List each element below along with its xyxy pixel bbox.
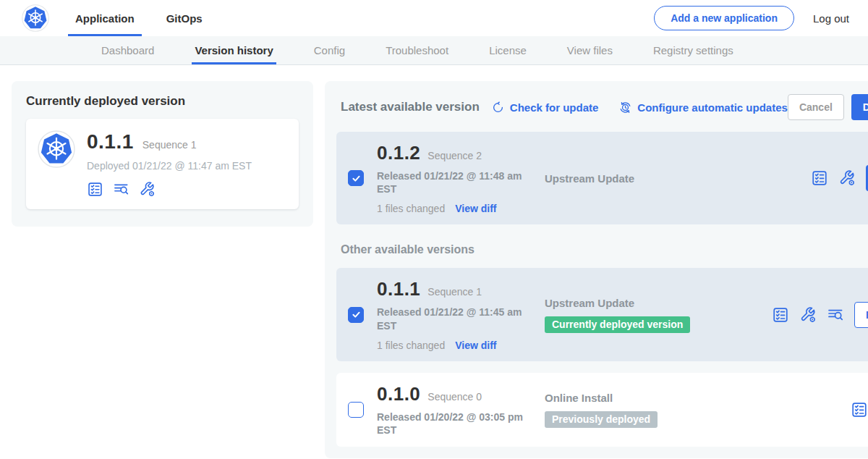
source-label: Upstream Update — [545, 297, 759, 309]
currently-deployed-badge: Currently deployed version — [545, 316, 690, 333]
top-nav-tabs: Application GitOps — [75, 0, 203, 36]
version-source: Online Install Previously deployed — [545, 392, 838, 428]
add-new-application-button[interactable]: Add a new application — [654, 6, 794, 30]
version-number: 0.1.1 — [377, 278, 420, 300]
preflight-checks-icon[interactable] — [772, 306, 789, 324]
version-number: 0.1.2 — [377, 142, 420, 164]
config-icon[interactable] — [799, 306, 817, 324]
released-timestamp: Released 01/21/22 @ 11:45 am EST — [377, 306, 532, 332]
check-for-update-link[interactable]: Check for update — [491, 101, 599, 114]
view-diff-link[interactable]: View diff — [455, 340, 496, 351]
version-checkbox[interactable] — [348, 170, 364, 186]
subnav-item-version-history[interactable]: Version history — [195, 36, 273, 64]
version-actions: Redeploy — [772, 302, 868, 328]
sequence-label: Sequence 0 — [427, 391, 482, 403]
kubernetes-logo — [22, 4, 49, 32]
sequence-label: Sequence 1 — [427, 286, 482, 298]
view-diff-link[interactable]: View diff — [455, 203, 496, 214]
source-label: Upstream Update — [545, 172, 798, 185]
schedule-update-icon — [618, 101, 632, 114]
kubernetes-app-icon — [38, 130, 75, 168]
available-versions-panel: Latest available version Check for updat… — [325, 81, 868, 458]
cancel-button[interactable]: Cancel — [788, 94, 844, 120]
file-diff-icon[interactable] — [827, 306, 844, 324]
redeploy-button[interactable]: Redeploy — [854, 302, 868, 328]
version-actions: Deploy — [811, 165, 868, 191]
sequence-label: Sequence 2 — [427, 150, 482, 161]
file-diff-icon[interactable] — [113, 181, 129, 198]
subnav-item-troubleshoot[interactable]: Troubleshoot — [386, 36, 448, 64]
version-row-0-1-1: 0.1.1 Sequence 1 Released 01/21/22 @ 11:… — [336, 268, 868, 361]
deployed-sequence-label: Sequence 1 — [142, 139, 197, 151]
deployed-version-number: 0.1.1 — [87, 130, 134, 153]
version-info: 0.1.1 Sequence 1 Released 01/21/22 @ 11:… — [377, 278, 532, 350]
deployed-action-icons — [87, 181, 252, 198]
app-sub-nav: Dashboard Version history Config Trouble… — [0, 36, 868, 65]
version-info: 0.1.0 Sequence 0 Released 01/20/22 @ 03:… — [377, 383, 532, 437]
released-timestamp: Released 01/21/22 @ 11:48 am EST — [377, 169, 532, 195]
check-icon — [351, 309, 362, 320]
version-row-0-1-0: 0.1.0 Sequence 0 Released 01/20/22 @ 03:… — [336, 373, 868, 447]
tab-application[interactable]: Application — [75, 0, 135, 36]
config-icon[interactable] — [139, 181, 156, 198]
preflight-checks-icon[interactable] — [87, 181, 103, 198]
subnav-item-registry-settings[interactable]: Registry settings — [653, 36, 733, 64]
currently-deployed-title: Currently deployed version — [26, 94, 299, 109]
header-actions: Cancel Diff releases — [788, 94, 868, 120]
deployed-version-card: 0.1.1 Sequence 1 Deployed 01/21/22 @ 11:… — [26, 119, 299, 209]
subnav-item-view-files[interactable]: View files — [567, 36, 613, 64]
other-versions-title: Other available versions — [341, 243, 868, 256]
version-info: 0.1.2 Sequence 2 Released 01/21/22 @ 11:… — [377, 142, 532, 214]
top-nav: Application GitOps Add a new application… — [0, 0, 868, 36]
files-changed-label: 1 files changed — [377, 203, 445, 214]
logout-button[interactable]: Log out — [813, 12, 849, 25]
version-source: Upstream Update Currently deployed versi… — [545, 297, 759, 333]
latest-version-header: Latest available version Check for updat… — [336, 93, 868, 120]
main-content: Currently deployed version 0.1.1 Sequenc… — [0, 65, 868, 459]
check-for-update-label: Check for update — [510, 101, 599, 114]
version-source: Upstream Update — [545, 172, 798, 185]
released-timestamp: Released 01/20/22 @ 03:05 pm EST — [377, 410, 532, 437]
configure-automatic-updates-link[interactable]: Configure automatic updates — [618, 101, 788, 114]
subnav-item-config[interactable]: Config — [314, 36, 345, 64]
source-label: Online Install — [545, 392, 838, 404]
config-icon[interactable] — [838, 169, 856, 187]
deployed-timestamp: Deployed 01/21/22 @ 11:47 am EST — [87, 160, 252, 172]
preflight-checks-icon[interactable] — [811, 169, 828, 187]
files-changed-label: 1 files changed — [377, 340, 445, 351]
preflight-checks-icon[interactable] — [851, 401, 868, 418]
refresh-icon — [491, 101, 505, 114]
version-actions — [851, 401, 868, 418]
version-checkbox[interactable] — [348, 402, 364, 418]
latest-version-title: Latest available version — [341, 100, 480, 114]
update-links: Check for update Configure automatic upd… — [491, 101, 788, 114]
diff-releases-button[interactable]: Diff releases — [851, 94, 868, 120]
check-icon — [351, 173, 362, 184]
subnav-item-dashboard[interactable]: Dashboard — [101, 36, 154, 64]
version-row-0-1-2: 0.1.2 Sequence 2 Released 01/21/22 @ 11:… — [336, 132, 868, 224]
version-checkbox[interactable] — [348, 307, 364, 323]
previously-deployed-badge: Previously deployed — [545, 411, 658, 428]
tab-gitops[interactable]: GitOps — [166, 0, 203, 36]
configure-automatic-updates-label: Configure automatic updates — [637, 101, 788, 114]
version-number: 0.1.0 — [377, 383, 420, 405]
deployed-version-details: 0.1.1 Sequence 1 Deployed 01/21/22 @ 11:… — [87, 130, 252, 198]
subnav-item-license[interactable]: License — [489, 36, 527, 64]
currently-deployed-panel: Currently deployed version 0.1.1 Sequenc… — [12, 81, 313, 227]
